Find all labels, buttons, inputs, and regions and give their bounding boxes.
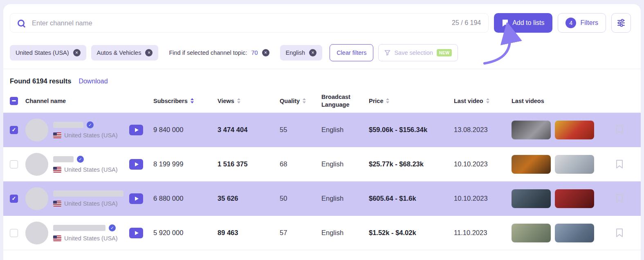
header-last-video[interactable]: Last video [454, 98, 512, 104]
row-checkbox[interactable] [10, 160, 18, 168]
channel-search-bar: 25 / 6 194 [10, 13, 489, 33]
youtube-play-button[interactable] [129, 125, 143, 135]
chip-remove-button[interactable]: × [145, 49, 153, 56]
filters-button[interactable]: 4 Filters [558, 13, 606, 33]
video-thumbnail[interactable] [555, 155, 594, 174]
add-to-lists-button[interactable]: Add to lists [494, 13, 552, 33]
header-last-videos: Last videos [512, 98, 598, 104]
save-selection-button[interactable]: Save selection NEW [378, 44, 458, 61]
row-checkbox[interactable] [10, 229, 18, 237]
row-checkbox[interactable] [10, 195, 18, 203]
avatar [25, 119, 48, 141]
header-quality[interactable]: Quality [280, 98, 321, 104]
sort-icon[interactable] [486, 98, 489, 103]
verified-icon: ✓ [109, 224, 116, 231]
video-thumbnail[interactable] [512, 224, 551, 242]
sort-icon[interactable] [191, 98, 194, 103]
video-thumbnail[interactable] [512, 121, 551, 139]
youtube-play-button[interactable] [129, 228, 143, 238]
last-video-date: 13.08.2023 [454, 126, 512, 134]
row-bookmark-button[interactable] [616, 159, 623, 169]
price-value: $25.77k - $68.23k [369, 160, 454, 168]
search-icon [18, 20, 25, 27]
table-row[interactable]: ✓ United States (USA) 9 840 000 3 474 40… [3, 113, 641, 147]
chip-value[interactable]: 70 [251, 49, 258, 56]
main-panel: 25 / 6 194 Add to lists 4 Filters United… [3, 4, 641, 260]
play-icon [135, 231, 139, 235]
results-count: Found 6194 results [10, 77, 71, 85]
us-flag-icon [53, 201, 61, 206]
row-bookmark-button[interactable] [616, 194, 623, 203]
sort-icon[interactable] [303, 98, 306, 103]
price-value: $605.64 - $1.6k [369, 195, 454, 202]
table-header: Channel name Subscribers Views Quality B… [3, 89, 641, 113]
video-thumbnail[interactable] [555, 224, 594, 242]
x-icon: × [264, 50, 267, 55]
views-value: 3 474 404 [218, 126, 280, 134]
play-icon [135, 162, 139, 166]
last-video-date: 10.10.2023 [454, 195, 512, 202]
sort-icon[interactable] [386, 98, 389, 103]
header-channel-name: Channel name [25, 98, 153, 104]
filter-chip-category: Autos & Vehicles × [91, 45, 159, 61]
chip-label: English [286, 49, 305, 56]
video-thumbnail[interactable] [555, 189, 594, 208]
select-all-checkbox[interactable] [10, 97, 18, 105]
channel-name-blur [53, 225, 105, 231]
x-icon: × [75, 50, 78, 55]
header-broadcast-language: Broadcast Language [321, 93, 369, 108]
search-input[interactable] [31, 19, 445, 27]
filters-settings-button[interactable] [611, 13, 631, 33]
language-value: English [321, 229, 369, 237]
toolbar: 25 / 6 194 Add to lists 4 Filters [3, 4, 641, 33]
table-row[interactable]: ✓ United States (USA) 5 920 000 89 463 5… [3, 216, 641, 250]
video-thumbnail[interactable] [512, 155, 551, 174]
video-thumbnail[interactable] [555, 121, 594, 139]
new-badge: NEW [437, 49, 452, 56]
x-icon: × [312, 50, 314, 55]
avatar [25, 153, 48, 176]
bookmark-icon [616, 194, 623, 203]
table-row[interactable]: United States (USA) 6 880 000 35 626 50 … [3, 182, 641, 216]
us-flag-icon [53, 167, 61, 173]
views-value: 1 516 375 [218, 160, 280, 168]
add-to-lists-label: Add to lists [512, 19, 544, 27]
subscribers-value: 6 880 000 [153, 195, 218, 202]
quality-value: 55 [280, 126, 321, 134]
clear-filters-button[interactable]: Clear filters [330, 44, 373, 61]
filters-count-badge: 4 [565, 18, 576, 28]
quality-value: 57 [280, 229, 321, 237]
us-flag-icon [53, 235, 61, 241]
header-price[interactable]: Price [369, 98, 454, 104]
channel-name-blur [53, 122, 83, 128]
price-value: $1.52k - $4.02k [369, 229, 454, 237]
subscribers-value: 8 199 999 [153, 160, 218, 168]
chip-remove-button[interactable]: × [309, 49, 316, 56]
row-bookmark-button[interactable] [616, 125, 623, 134]
video-thumbnail[interactable] [512, 189, 551, 208]
funnel-icon [384, 50, 390, 56]
download-link[interactable]: Download [79, 78, 108, 85]
country-label: United States (USA) [64, 200, 118, 207]
language-value: English [321, 126, 369, 134]
language-value: English [321, 160, 369, 168]
row-bookmark-button[interactable] [616, 228, 623, 238]
chip-remove-button[interactable]: × [262, 49, 269, 56]
table-row[interactable]: ✓ United States (USA) 8 199 999 1 516 37… [3, 147, 641, 182]
results-bar: Found 6194 results Download [3, 69, 641, 89]
verified-icon: ✓ [87, 121, 94, 128]
last-video-date: 10.10.2023 [454, 160, 512, 168]
chip-remove-button[interactable]: × [73, 49, 81, 56]
sort-icon[interactable] [237, 98, 240, 103]
youtube-play-button[interactable] [129, 159, 143, 170]
country-label: United States (USA) [64, 132, 118, 139]
header-views[interactable]: Views [218, 98, 280, 104]
subscribers-value: 9 840 000 [153, 126, 218, 134]
play-icon [135, 128, 139, 132]
row-checkbox[interactable] [10, 126, 18, 134]
language-value: English [321, 195, 369, 202]
youtube-play-button[interactable] [129, 193, 143, 204]
header-subscribers[interactable]: Subscribers [153, 98, 218, 104]
quality-value: 68 [280, 160, 321, 168]
results-counter: 25 / 6 194 [452, 19, 481, 27]
